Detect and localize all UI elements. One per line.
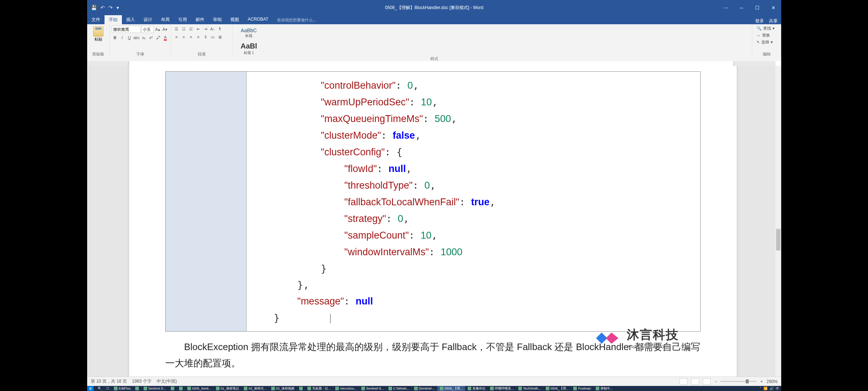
taskbar-item[interactable]: Sentinel-S... <box>359 386 386 391</box>
page-indicator[interactable]: 第 10 页，共 16 页 <box>91 378 127 384</box>
select-button[interactable]: ↖选择 ▾ <box>754 39 779 46</box>
font-name-input[interactable] <box>112 26 141 33</box>
indent-dec-button[interactable]: ⇤ <box>195 26 201 32</box>
sort-button[interactable]: A↓ <box>209 26 216 32</box>
taskbar-item[interactable]: 0205_Senti... <box>185 386 213 391</box>
taskbar-item[interactable]: microclou... <box>333 386 359 391</box>
tab-视图[interactable]: 视图 <box>226 15 243 24</box>
vertical-scrollbar[interactable] <box>775 66 781 377</box>
start-button[interactable]: ⊞ <box>87 386 94 391</box>
tell-me-search[interactable]: 告诉我您想要做什么... <box>273 16 320 24</box>
tab-审阅[interactable]: 审阅 <box>209 15 226 24</box>
align-right-button[interactable]: ≡ <box>188 34 194 40</box>
taskbar-item[interactable]: 0508_【理... <box>437 386 465 391</box>
read-mode-button[interactable] <box>680 378 688 385</box>
tab-ACROBAT[interactable]: ACROBAT <box>243 15 273 24</box>
save-icon[interactable]: 💾 <box>91 5 97 10</box>
redo-icon[interactable]: ↷ <box>109 5 113 10</box>
zoom-out-button[interactable]: − <box>714 379 717 384</box>
tab-布局[interactable]: 布局 <box>157 15 174 24</box>
tray-network-icon[interactable]: 📶 <box>763 387 767 390</box>
tray-volume-icon[interactable]: 🔊 <box>770 387 774 390</box>
style-标题[interactable]: AaBbC标题 <box>235 25 263 39</box>
document-area[interactable]: "controlBehavior": 0, "warmUpPeriodSec":… <box>87 66 781 377</box>
taskbar-item[interactable]: 0508_【理... <box>543 386 571 391</box>
taskbar-item[interactable]: [Sentinel-... <box>412 386 438 391</box>
bold-button[interactable]: B <box>112 34 118 41</box>
taskbar-item[interactable]: 无标题 - 记... <box>305 386 333 391</box>
task-search-icon[interactable]: 🔍 <box>95 386 104 391</box>
minimize-button[interactable]: ─ <box>733 0 749 15</box>
system-tray[interactable]: ˄ 📶 🔊 中 <box>760 386 781 391</box>
tab-设计[interactable]: 设计 <box>139 15 157 24</box>
tray-up-icon[interactable]: ˄ <box>760 387 761 390</box>
underline-button[interactable]: U <box>126 34 133 41</box>
replace-button[interactable]: ↔替换 <box>754 32 779 39</box>
app-icon <box>440 387 443 390</box>
taskbar-item[interactable] <box>297 386 305 391</box>
highlight-button[interactable]: 🖍 <box>155 34 161 41</box>
zoom-level[interactable]: 290% <box>766 379 778 384</box>
bullets-button[interactable]: ☰ <box>173 26 180 32</box>
taskbar-item[interactable]: TechSmith... <box>516 386 543 391</box>
tab-邮件[interactable]: 邮件 <box>191 15 209 24</box>
taskbar-item[interactable] <box>176 386 185 391</box>
taskbar-item[interactable] <box>133 386 141 391</box>
word-count[interactable]: 1983 个字 <box>132 378 152 384</box>
tab-开始[interactable]: 开始 <box>105 15 122 24</box>
italic-button[interactable]: I <box>119 34 125 41</box>
taskbar-item[interactable]: EditPlus <box>111 386 133 391</box>
taskbar-item[interactable]: 01_课程笔记 <box>213 386 241 391</box>
shading-button[interactable]: ▭ <box>209 34 216 40</box>
tab-文件[interactable]: 文件 <box>87 15 105 24</box>
taskbar-item[interactable]: 哔哩哔哩直... <box>488 386 516 391</box>
numbering-button[interactable]: ☷ <box>180 26 187 32</box>
increase-font-icon[interactable]: A▴ <box>154 26 161 33</box>
taskbar-item[interactable]: Sentinel D... <box>141 386 168 391</box>
qat-dropdown-icon[interactable]: ▾ <box>116 5 119 10</box>
tab-引用[interactable]: 引用 <box>174 15 191 24</box>
code-content[interactable]: "controlBehavior": 0, "warmUpPeriodSec":… <box>247 71 701 332</box>
sup-button[interactable]: x² <box>148 34 154 41</box>
spacing-button[interactable]: ⇕ <box>202 34 209 40</box>
web-layout-button[interactable] <box>703 378 711 385</box>
taskbar-item[interactable]: C:\Windo... <box>386 386 412 391</box>
task-view-icon[interactable]: ☐ <box>104 386 111 391</box>
find-button[interactable]: 🔍查找 ▾ <box>754 25 779 32</box>
app-icon <box>361 387 365 390</box>
justify-button[interactable]: ≡ <box>195 34 201 40</box>
marks-button[interactable]: ¶ <box>217 26 223 32</box>
multilevel-button[interactable]: ☵ <box>188 26 194 32</box>
taskbar-item[interactable]: 直播伴侣 <box>465 386 488 391</box>
zoom-slider[interactable] <box>720 381 757 382</box>
strike-button[interactable]: abc <box>133 34 140 41</box>
scrollbar-thumb[interactable] <box>776 229 780 251</box>
ribbon-options-icon[interactable]: ⋯ <box>718 0 733 15</box>
borders-button[interactable]: ⊞ <box>217 34 223 40</box>
taskbar-item[interactable]: Postman <box>571 386 593 391</box>
decrease-font-icon[interactable]: A▾ <box>162 26 168 33</box>
paste-button[interactable]: 粘贴 <box>93 25 103 42</box>
taskbar-item[interactable]: 02_课程代... <box>241 386 269 391</box>
close-button[interactable]: ✕ <box>765 0 781 15</box>
print-layout-button[interactable] <box>691 378 699 385</box>
share-button[interactable]: 共享 <box>769 18 778 24</box>
language-indicator[interactable]: 中文(中国) <box>157 378 177 384</box>
undo-icon[interactable]: ↶ <box>101 5 105 10</box>
tray-ime-icon[interactable]: 中 <box>776 386 779 391</box>
font-size-input[interactable] <box>141 26 154 33</box>
maximize-button[interactable]: ☐ <box>749 0 765 15</box>
indent-inc-button[interactable]: ⇥ <box>202 26 209 32</box>
taskbar-item[interactable]: 录制中... <box>593 386 615 391</box>
sub-button[interactable]: x₂ <box>141 34 147 41</box>
align-left-button[interactable]: ≡ <box>173 34 180 40</box>
taskbar-item[interactable]: 03_课程视频 <box>269 386 297 391</box>
tab-插入[interactable]: 插入 <box>122 15 139 24</box>
align-center-button[interactable]: ≡ <box>180 34 187 40</box>
signin-link[interactable]: 登录 <box>755 18 764 24</box>
taskbar-item[interactable] <box>168 386 176 391</box>
font-color-button[interactable]: A <box>162 34 169 41</box>
style-name-label: 标题 1 <box>244 50 254 55</box>
zoom-in-button[interactable]: + <box>760 379 763 384</box>
style-标题 1[interactable]: AaBl标题 1 <box>235 39 263 56</box>
